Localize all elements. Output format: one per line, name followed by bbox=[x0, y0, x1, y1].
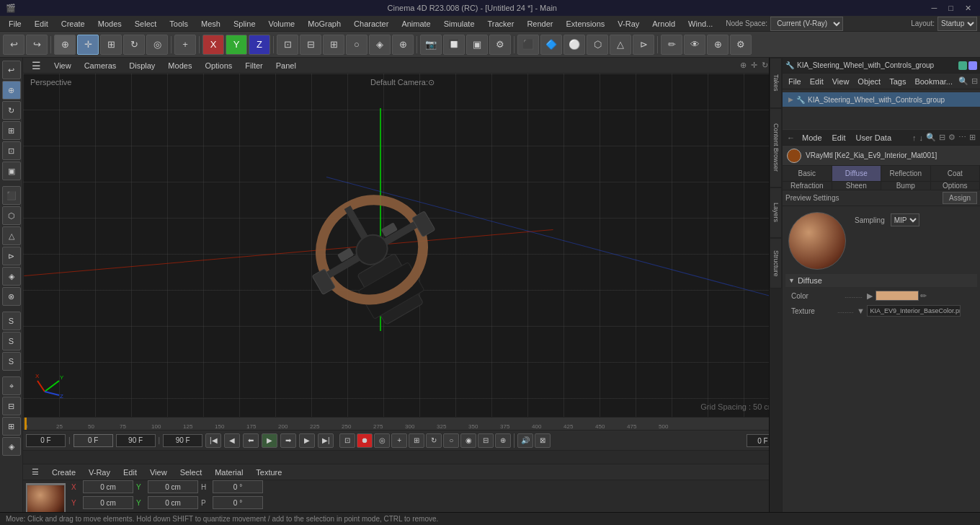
viewport-menu-filter[interactable]: Filter bbox=[239, 60, 268, 71]
unknown-tool[interactable]: ◎ bbox=[146, 35, 168, 55]
go-to-end-button[interactable]: ▶| bbox=[318, 433, 334, 448]
menu-mograph[interactable]: MoGraph bbox=[302, 18, 347, 30]
left-mode-3[interactable]: ↻ bbox=[2, 101, 21, 120]
mat-menu-select[interactable]: Select bbox=[174, 467, 208, 478]
viewport-menu-view[interactable]: View bbox=[48, 60, 77, 71]
attr-tab-bump[interactable]: Bump bbox=[881, 182, 931, 190]
maximize-button[interactable]: □ bbox=[945, 4, 956, 13]
left-snap-2[interactable]: ⊟ bbox=[2, 397, 21, 415]
viewport-menu-cameras[interactable]: Cameras bbox=[79, 60, 122, 71]
menu-tools[interactable]: Tools bbox=[164, 18, 194, 30]
mat-menu-texture[interactable]: Texture bbox=[250, 467, 288, 478]
mat-menu-vray[interactable]: V-Ray bbox=[83, 467, 116, 478]
h-rot-input[interactable] bbox=[213, 480, 263, 493]
attr-back-icon[interactable]: ← bbox=[787, 133, 795, 142]
timeline-opt-10[interactable]: ⊕ bbox=[495, 433, 511, 448]
cube-tool[interactable]: ⬛ bbox=[517, 35, 539, 55]
obj-filter-icon[interactable]: ⊟ bbox=[971, 76, 978, 86]
timeline-opt-5[interactable]: ⊞ bbox=[409, 433, 424, 448]
minimize-button[interactable]: ─ bbox=[929, 4, 940, 13]
mat-menu-material[interactable]: Material bbox=[209, 467, 249, 478]
prev-key-button[interactable]: ⬅ bbox=[243, 433, 259, 448]
timeline-opt-11[interactable]: 🔊 bbox=[517, 433, 533, 448]
texture-mode[interactable]: ⊕ bbox=[392, 35, 414, 55]
left-shape-2[interactable]: ⬡ bbox=[2, 206, 21, 225]
viewport-menu-icon[interactable]: ☰ bbox=[26, 58, 47, 73]
display-tool[interactable]: 👁 bbox=[684, 35, 705, 55]
side-tab-content-browser[interactable]: Content Browser bbox=[770, 108, 782, 188]
node-space-select[interactable]: Current (V-Ray) bbox=[770, 17, 843, 31]
attr-menu-userdata[interactable]: User Data bbox=[853, 132, 895, 144]
attr-tab-basic[interactable]: Basic bbox=[783, 166, 832, 181]
left-shape-4[interactable]: ⊳ bbox=[2, 247, 21, 265]
timeline-opt-4[interactable]: + bbox=[391, 433, 407, 448]
left-shape-5[interactable]: ◈ bbox=[2, 267, 21, 286]
y-axis[interactable]: Y bbox=[226, 35, 247, 55]
viewport-menu-display[interactable]: Display bbox=[123, 60, 161, 71]
rotate-tool[interactable]: ↻ bbox=[123, 35, 145, 55]
attr-tab-reflection[interactable]: Reflection bbox=[881, 166, 931, 181]
timeline-opt-1[interactable]: ⊡ bbox=[339, 433, 355, 448]
sampling-select[interactable]: MIP bbox=[891, 213, 919, 226]
timeline-opt-6[interactable]: ↻ bbox=[426, 433, 442, 448]
left-tool-1[interactable]: S bbox=[2, 312, 21, 330]
attr-menu-edit[interactable]: Edit bbox=[829, 132, 849, 144]
timeline-ruler[interactable]: 0 25 50 75 100 125 150 175 200 225 250 2… bbox=[23, 418, 782, 431]
left-mode-5[interactable]: ⊡ bbox=[2, 141, 21, 160]
left-snap-4[interactable]: ◈ bbox=[2, 437, 21, 456]
timeline-opt-3[interactable]: ◎ bbox=[374, 433, 390, 448]
render-view[interactable]: 🔲 bbox=[443, 35, 465, 55]
menu-file[interactable]: File bbox=[3, 18, 27, 30]
go-to-start-button[interactable]: |◀ bbox=[205, 433, 221, 448]
menu-spline[interactable]: Spline bbox=[228, 18, 262, 30]
menu-create[interactable]: Create bbox=[55, 18, 91, 30]
timeline-opt-8[interactable]: ◉ bbox=[460, 433, 476, 448]
end-frame-input[interactable] bbox=[116, 434, 156, 447]
menu-wind[interactable]: Wind... bbox=[682, 18, 718, 30]
left-shape-6[interactable]: ⊗ bbox=[2, 287, 21, 306]
menu-character[interactable]: Character bbox=[348, 18, 394, 30]
settings-btn[interactable]: ⚙ bbox=[730, 35, 752, 55]
sculpt-mode[interactable]: ◈ bbox=[369, 35, 391, 55]
landscape-tool[interactable]: 🔷 bbox=[540, 35, 562, 55]
play-button[interactable]: ▶ bbox=[262, 433, 277, 448]
left-tool-2[interactable]: S bbox=[2, 332, 21, 350]
preview-start-input[interactable] bbox=[163, 434, 202, 447]
pen-tool[interactable]: ✏ bbox=[661, 35, 682, 55]
attr-settings-icon[interactable]: ⚙ bbox=[948, 133, 956, 142]
attr-menu-mode[interactable]: Mode bbox=[799, 132, 825, 144]
attr-tab-options[interactable]: Options bbox=[931, 182, 981, 190]
viewport-icon-2[interactable]: ✛ bbox=[751, 61, 757, 70]
left-mode-6[interactable]: ▣ bbox=[2, 162, 21, 180]
current-frame-input[interactable] bbox=[74, 434, 113, 447]
camera-obj[interactable]: 📷 bbox=[420, 35, 442, 55]
object-mode[interactable]: ○ bbox=[346, 35, 368, 55]
menu-simulate[interactable]: Simulate bbox=[438, 18, 481, 30]
obj-menu-tags[interactable]: Tags bbox=[886, 76, 909, 87]
obj-menu-edit[interactable]: Edit bbox=[807, 76, 827, 87]
menu-animate[interactable]: Animate bbox=[396, 18, 436, 30]
attr-tab-sheen[interactable]: Sheen bbox=[832, 182, 882, 190]
mat-menu-view[interactable]: View bbox=[144, 467, 173, 478]
viewport[interactable]: Perspective Default Camera:⊙ bbox=[23, 74, 782, 417]
menu-edit[interactable]: Edit bbox=[29, 18, 54, 30]
x-pos-input[interactable] bbox=[83, 480, 133, 493]
extrude-tool[interactable]: ⊳ bbox=[633, 35, 654, 55]
menu-arnold[interactable]: Arnold bbox=[646, 18, 681, 30]
layout-select[interactable]: Startup bbox=[937, 17, 977, 31]
attr-search-icon[interactable]: 🔍 bbox=[926, 133, 936, 142]
left-shape-1[interactable]: ⬛ bbox=[2, 186, 21, 205]
menu-tracker[interactable]: Tracker bbox=[482, 18, 520, 30]
side-tab-layers[interactable]: Layers bbox=[770, 188, 782, 238]
color-swatch[interactable] bbox=[876, 291, 919, 301]
attr-tab-diffuse[interactable]: Diffuse bbox=[832, 166, 882, 181]
edges-mode[interactable]: ⊟ bbox=[300, 35, 321, 55]
texture-arrow-icon[interactable]: ▼ bbox=[855, 305, 867, 317]
obj-menu-file[interactable]: File bbox=[785, 76, 804, 87]
render-settings[interactable]: ⚙ bbox=[489, 35, 511, 55]
left-tool-3[interactable]: S bbox=[2, 352, 21, 371]
attr-expand-icon[interactable]: ⊞ bbox=[969, 133, 976, 142]
undo-button[interactable]: ↩ bbox=[3, 35, 24, 55]
polygons-mode[interactable]: ⊞ bbox=[323, 35, 344, 55]
attr-tab-coat[interactable]: Coat bbox=[931, 166, 981, 181]
